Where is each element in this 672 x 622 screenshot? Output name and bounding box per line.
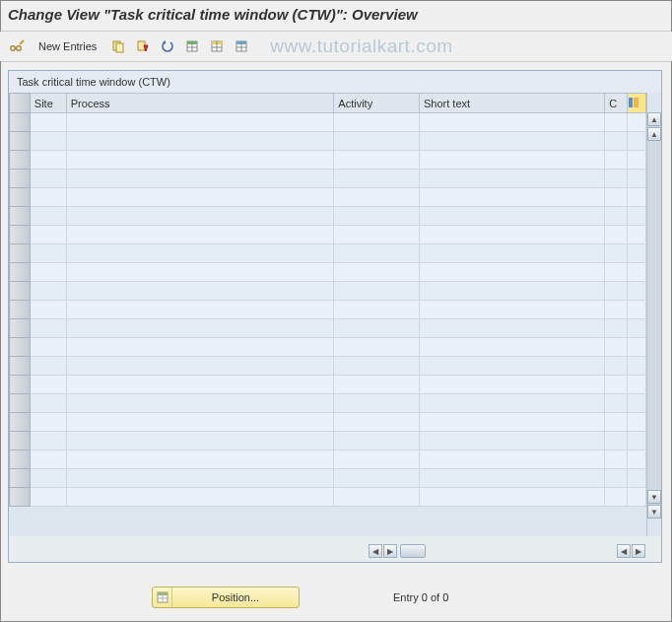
- new-entries-button[interactable]: New Entries: [31, 36, 104, 56]
- table-cell[interactable]: [420, 188, 605, 207]
- table-cell[interactable]: [30, 207, 66, 226]
- table-cell[interactable]: [66, 376, 334, 394]
- table-cell[interactable]: [30, 301, 66, 319]
- table-cell[interactable]: [420, 207, 605, 226]
- table-cell[interactable]: [30, 432, 66, 450]
- table-cell[interactable]: [420, 263, 605, 282]
- table-cell[interactable]: [420, 151, 605, 170]
- table-cell[interactable]: [66, 338, 334, 357]
- table-settings-icon[interactable]: [628, 94, 646, 113]
- table-green-icon[interactable]: [181, 36, 203, 56]
- table-row[interactable]: [10, 432, 646, 450]
- table-cell[interactable]: [420, 469, 605, 488]
- table-row[interactable]: [10, 226, 646, 244]
- table-cell[interactable]: [605, 151, 628, 170]
- table-row[interactable]: [10, 469, 646, 488]
- table-cell[interactable]: [605, 469, 628, 488]
- row-selector[interactable]: [10, 170, 31, 188]
- table-cell[interactable]: [628, 338, 646, 357]
- scroll-up2-icon[interactable]: ▲: [647, 127, 661, 141]
- row-selector[interactable]: [10, 226, 31, 244]
- table-cell[interactable]: [420, 244, 605, 263]
- table-cell[interactable]: [334, 432, 420, 450]
- table-cell[interactable]: [66, 244, 334, 263]
- undo-icon[interactable]: [157, 36, 178, 56]
- table-cell[interactable]: [628, 244, 646, 263]
- table-cell[interactable]: [66, 432, 334, 450]
- table-cell[interactable]: [628, 282, 646, 301]
- col-process[interactable]: Process: [66, 94, 334, 113]
- table-row[interactable]: [10, 113, 646, 132]
- row-selector[interactable]: [10, 394, 31, 413]
- table-row[interactable]: [10, 357, 646, 376]
- table-cell[interactable]: [66, 263, 334, 282]
- table-cell[interactable]: [66, 319, 334, 338]
- row-selector[interactable]: [10, 488, 31, 507]
- table-cell[interactable]: [605, 226, 628, 244]
- table-cell[interactable]: [605, 413, 628, 432]
- table-cell[interactable]: [605, 207, 628, 226]
- table-cell[interactable]: [334, 319, 420, 338]
- table-cell[interactable]: [605, 488, 628, 507]
- row-selector[interactable]: [10, 432, 31, 450]
- table-cell[interactable]: [30, 357, 66, 376]
- table-cell[interactable]: [420, 376, 605, 394]
- row-selector[interactable]: [10, 207, 31, 226]
- row-selector[interactable]: [10, 469, 31, 488]
- table-cell[interactable]: [605, 376, 628, 394]
- table-cell[interactable]: [30, 469, 66, 488]
- table-cell[interactable]: [605, 113, 628, 132]
- table-cell[interactable]: [334, 469, 420, 488]
- table-row[interactable]: [10, 170, 646, 188]
- table-cell[interactable]: [420, 226, 605, 244]
- scroll-down-icon[interactable]: ▼: [647, 505, 661, 518]
- table-row[interactable]: [10, 338, 646, 357]
- row-selector[interactable]: [10, 319, 31, 338]
- table-cell[interactable]: [628, 394, 646, 413]
- horizontal-scrollbar-right[interactable]: ◀ ▶: [617, 544, 645, 558]
- table-cell[interactable]: [334, 413, 420, 432]
- table-cell[interactable]: [334, 113, 420, 132]
- table-cell[interactable]: [605, 394, 628, 413]
- table-cell[interactable]: [334, 301, 420, 319]
- row-selector[interactable]: [10, 132, 31, 151]
- row-selector-header[interactable]: [10, 94, 31, 113]
- table-cell[interactable]: [605, 301, 628, 319]
- table-cell[interactable]: [605, 450, 628, 469]
- table-cell[interactable]: [30, 188, 66, 207]
- table-cell[interactable]: [605, 432, 628, 450]
- table-cell[interactable]: [66, 151, 334, 170]
- table-cell[interactable]: [334, 263, 420, 282]
- table-cell[interactable]: [334, 376, 420, 394]
- scroll-down2-icon[interactable]: ▼: [647, 490, 661, 504]
- row-selector[interactable]: [10, 376, 31, 394]
- hscroll-thumb[interactable]: [400, 544, 426, 558]
- col-site[interactable]: Site: [30, 94, 66, 113]
- save-icon[interactable]: [132, 36, 154, 56]
- table-cell[interactable]: [420, 132, 605, 151]
- table-cell[interactable]: [628, 301, 646, 319]
- glasses-pencil-icon[interactable]: [6, 36, 28, 56]
- table-cell[interactable]: [30, 263, 66, 282]
- copy-icon[interactable]: [107, 36, 129, 56]
- table-cell[interactable]: [628, 226, 646, 244]
- row-selector[interactable]: [10, 450, 31, 469]
- table-cell[interactable]: [334, 450, 420, 469]
- table-cell[interactable]: [628, 376, 646, 394]
- table-cell[interactable]: [30, 170, 66, 188]
- table-cell[interactable]: [66, 357, 334, 376]
- table-cell[interactable]: [66, 488, 334, 507]
- table-cell[interactable]: [628, 413, 646, 432]
- hscroll-first-icon[interactable]: ◀: [369, 544, 382, 558]
- table-cell[interactable]: [628, 188, 646, 207]
- table-cell[interactable]: [30, 244, 66, 263]
- table-cell[interactable]: [628, 151, 646, 170]
- table-cell[interactable]: [66, 394, 334, 413]
- table-cell[interactable]: [66, 282, 334, 301]
- data-table[interactable]: Site Process Activity Short text C: [9, 93, 647, 536]
- table-cell[interactable]: [334, 244, 420, 263]
- table-cell[interactable]: [628, 357, 646, 376]
- table-cell[interactable]: [420, 357, 605, 376]
- table-cell[interactable]: [605, 132, 628, 151]
- row-selector[interactable]: [10, 263, 31, 282]
